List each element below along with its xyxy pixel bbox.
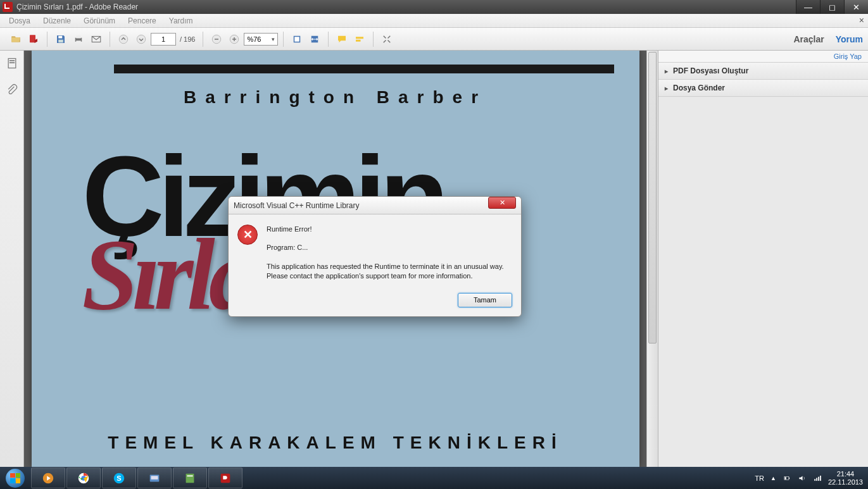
zoom-value: %76 [247, 35, 261, 43]
dialog-heading: Runtime Error! [267, 225, 504, 234]
taskbar-chrome[interactable] [66, 467, 101, 488]
menu-help[interactable]: Yardım [163, 15, 199, 27]
decorative-bar [114, 65, 614, 73]
dialog-ok-button[interactable]: Tamam [458, 293, 512, 307]
toolbar: / 196 %76 Araçlar Yorum [0, 28, 868, 51]
svg-rect-25 [151, 476, 158, 480]
taskbar-skype[interactable]: S [102, 467, 136, 488]
dialog-program: Program: C... [267, 243, 504, 252]
battery-icon[interactable] [783, 474, 791, 483]
zoom-out-icon[interactable] [208, 31, 225, 47]
login-link[interactable]: Giriş Yap [658, 51, 868, 63]
network-icon[interactable] [813, 474, 822, 483]
dialog-text: Runtime Error! Program: C... This applic… [267, 225, 504, 282]
taskbar-app-1[interactable] [137, 467, 172, 488]
svg-rect-12 [295, 37, 300, 42]
menubar-close-icon[interactable]: × [859, 15, 864, 25]
svg-text:S: S [116, 474, 121, 481]
dialog-titlebar[interactable]: Microsoft Visual C++ Runtime Library ✕ [229, 197, 521, 214]
svg-point-7 [119, 35, 128, 44]
svg-rect-27 [187, 475, 192, 476]
taskbar-media-player[interactable] [31, 467, 65, 488]
vertical-scrollbar[interactable] [646, 51, 658, 467]
fit-page-icon[interactable] [289, 31, 305, 47]
svg-rect-17 [9, 60, 14, 61]
right-panel: Giriş Yap PDF Dosyası Oluştur Dosya Gönd… [658, 51, 868, 467]
dialog-close-button[interactable]: ✕ [488, 197, 516, 209]
svg-rect-33 [816, 478, 817, 481]
maximize-button[interactable]: ◻ [820, 0, 844, 14]
panel-item-send-file[interactable]: Dosya Gönder [658, 80, 868, 97]
taskbar: S TR ▲ 21:44 22.11.2013 [0, 467, 868, 489]
save-icon[interactable] [53, 31, 69, 47]
window-titlebar: Çizimin Sırları 1.pdf - Adobe Reader — ◻… [0, 0, 868, 14]
taskbar-app-2[interactable] [173, 467, 207, 488]
comment-panel-link[interactable]: Yorum [836, 34, 863, 44]
zoom-in-icon[interactable] [226, 31, 242, 47]
volume-icon[interactable] [798, 474, 807, 483]
svg-rect-32 [814, 479, 815, 481]
svg-rect-14 [356, 37, 363, 39]
minimize-button[interactable]: — [796, 0, 820, 14]
highlight-icon[interactable] [351, 31, 368, 47]
fit-width-icon[interactable] [306, 31, 323, 47]
scrollbar-thumb[interactable] [648, 52, 657, 344]
page-down-icon[interactable] [133, 31, 149, 47]
page-number-input[interactable] [151, 33, 176, 46]
page-up-icon[interactable] [115, 31, 132, 47]
tray-chevron-icon[interactable]: ▲ [771, 475, 776, 481]
start-button[interactable] [0, 467, 30, 489]
dialog-message-1: This application has requested the Runti… [267, 262, 504, 271]
book-author: Barrington Barber [32, 87, 639, 108]
error-icon: ✕ [237, 225, 258, 245]
menu-file[interactable]: Dosya [3, 15, 37, 27]
panel-item-label: PDF Dosyası Oluştur [673, 66, 748, 75]
book-subtitle: TEMEL KARAKALEM TEKNİKLERİ [32, 433, 639, 453]
clock-date: 22.11.2013 [828, 478, 863, 486]
svg-rect-31 [784, 477, 786, 480]
dialog-title: Microsoft Visual C++ Runtime Library [234, 201, 488, 210]
email-icon[interactable] [88, 31, 104, 47]
windows-logo-icon [6, 469, 25, 488]
page-total-label: / 196 [180, 35, 195, 43]
svg-rect-26 [186, 473, 194, 483]
taskbar-clock[interactable]: 21:44 22.11.2013 [828, 470, 863, 485]
svg-rect-15 [356, 39, 361, 41]
print-icon[interactable] [70, 31, 87, 47]
svg-rect-34 [818, 476, 819, 480]
language-indicator[interactable]: TR [755, 474, 764, 482]
dialog-message-2: Please contact the application's support… [267, 271, 504, 281]
close-button[interactable]: ✕ [844, 0, 868, 14]
thumbnails-icon[interactable] [6, 57, 18, 72]
svg-rect-18 [9, 62, 14, 63]
panel-item-label: Dosya Gönder [673, 84, 725, 92]
tools-panel-link[interactable]: Araçlar [793, 34, 824, 44]
menubar: Dosya Düzenle Görünüm Pencere Yardım × [0, 14, 868, 28]
create-pdf-icon[interactable] [25, 31, 42, 47]
app-icon [3, 2, 13, 12]
error-dialog: Microsoft Visual C++ Runtime Library ✕ ✕… [228, 196, 522, 317]
menu-view[interactable]: Görünüm [77, 15, 122, 27]
open-file-icon[interactable] [8, 31, 24, 47]
svg-rect-35 [820, 475, 821, 480]
comment-icon[interactable] [334, 31, 350, 47]
svg-point-8 [137, 35, 146, 44]
svg-rect-1 [58, 35, 62, 38]
taskbar-adobe-reader[interactable] [208, 467, 242, 488]
svg-rect-30 [789, 477, 789, 478]
svg-rect-2 [58, 39, 63, 42]
clock-time: 21:44 [828, 470, 863, 478]
window-title: Çizimin Sırları 1.pdf - Adobe Reader [16, 3, 796, 11]
svg-rect-5 [76, 40, 81, 43]
panel-item-create-pdf[interactable]: PDF Dosyası Oluştur [658, 63, 868, 80]
zoom-select[interactable]: %76 [244, 33, 278, 46]
system-tray: TR ▲ 21:44 22.11.2013 [750, 470, 868, 485]
attachments-icon[interactable] [6, 84, 18, 99]
left-sidebar [0, 51, 24, 467]
svg-rect-4 [76, 35, 81, 39]
menu-window[interactable]: Pencere [122, 15, 163, 27]
read-mode-icon[interactable] [379, 31, 395, 47]
menu-edit[interactable]: Düzenle [37, 15, 77, 27]
